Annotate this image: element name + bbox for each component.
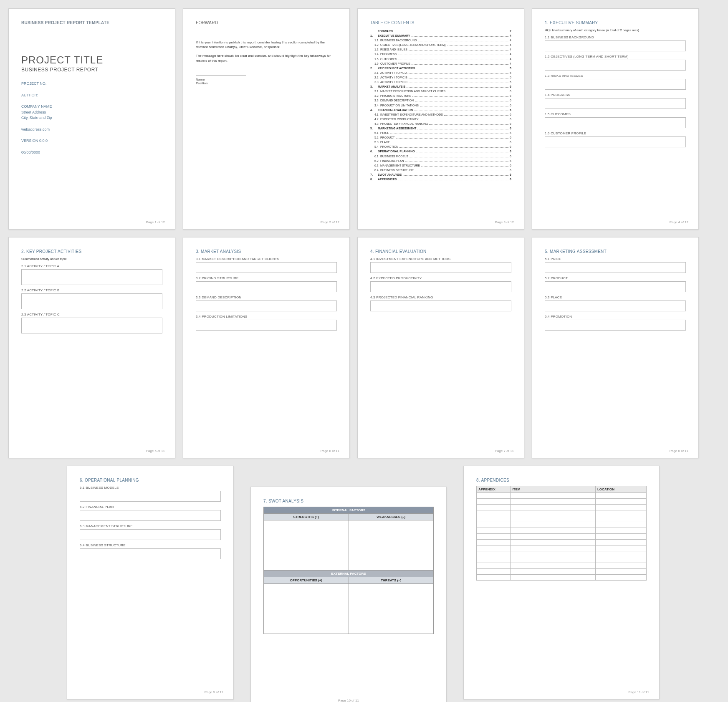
toc-line: 5.MARKETING ASSESSMENT6 (370, 126, 511, 130)
web-address: webaddress.com (21, 127, 162, 133)
swot-cell[interactable] (264, 584, 349, 634)
table-row[interactable] (477, 551, 647, 557)
table-row[interactable] (477, 569, 647, 575)
exec-sub-5: 1.5 OUTCOMES (545, 112, 686, 116)
table-row[interactable] (477, 493, 647, 499)
input-box[interactable] (196, 281, 337, 292)
page-footer: Page 1 of 12 (146, 220, 165, 224)
mkt-s4: 5.4 PROMOTION (545, 315, 686, 318)
op-s3: 6.3 MANAGEMENT STRUCTURE (80, 524, 221, 528)
apx-col-appendix: APPENDIX (477, 486, 511, 493)
table-row[interactable] (477, 534, 647, 540)
table-row[interactable] (477, 557, 647, 563)
page-footer: Page 4 of 12 (670, 220, 688, 224)
date: 00/00/0000 (21, 150, 162, 156)
table-row[interactable] (477, 499, 647, 505)
input-box[interactable] (370, 281, 511, 292)
page-financial: 4. FINANCIAL EVALUATION 4.1 INVESTMENT E… (357, 237, 524, 458)
table-row[interactable] (477, 540, 647, 545)
input-box[interactable] (545, 281, 686, 292)
swot-cell[interactable] (349, 584, 434, 634)
citystate: City, State and Zip (21, 116, 52, 120)
mkt-s2: 5.2 PRODUCT (545, 276, 686, 280)
page-footer: Page 2 of 12 (321, 220, 339, 224)
table-row[interactable] (477, 510, 647, 516)
toc-line: 1.5OUTCOMES4 (370, 57, 511, 61)
swot-strengths: STRENGTHS (+) (264, 514, 349, 520)
input-box[interactable] (545, 40, 686, 51)
fin-s1: 4.1 INVESTMENT EXPENDITURE AND METHODS (370, 257, 511, 261)
input-box[interactable] (80, 548, 221, 559)
input-box[interactable] (370, 300, 511, 311)
toc-line: 4.2EXPECTED PRODUCTIVITY6 (370, 117, 511, 121)
toc-line: 1.2OBJECTIVES (LONG-TERM AND SHORT-TERM)… (370, 43, 511, 47)
input-box[interactable] (370, 262, 511, 273)
swot-heading: 7. SWOT ANALYSIS (263, 499, 434, 503)
page-footer: Page 3 of 12 (495, 220, 514, 224)
swot-cell[interactable] (264, 520, 349, 571)
input-box[interactable] (21, 318, 162, 333)
forward-heading: FORWARD (196, 20, 337, 25)
market-s4: 3.4 PRODUCTION LIMITATIONS (196, 315, 337, 318)
toc-line: 4.FINANCIAL EVALUATION6 (370, 108, 511, 112)
table-row[interactable] (477, 575, 647, 581)
toc-line: 6.3MANAGEMENT STRUCTURE6 (370, 164, 511, 167)
toc-body: FORWARD21.EXECUTIVE SUMMARY41.1BUSINESS … (370, 29, 511, 181)
toc-heading: TABLE OF CONTENTS (370, 20, 511, 25)
page-swot: 7. SWOT ANALYSIS INTERNAL FACTORS STRENG… (250, 487, 447, 702)
input-box[interactable] (196, 320, 337, 331)
toc-line: 3.2PRICING STRUCTURE6 (370, 94, 511, 98)
toc-line: 5.2PRODUCT6 (370, 136, 511, 139)
activities-note: Summarized activity and/or topic (21, 257, 162, 261)
toc-line: 6.4BUSINESS STRUCTURE6 (370, 168, 511, 172)
toc-line: 4.1INVESTMENT EXPENDITURE AND METHODS6 (370, 113, 511, 116)
table-row[interactable] (477, 516, 647, 522)
swot-internal: INTERNAL FACTORS (264, 507, 434, 514)
input-box[interactable] (545, 262, 686, 273)
opplan-heading: 6. OPERATIONAL PLANNING (80, 478, 221, 482)
table-row[interactable] (477, 505, 647, 510)
input-box[interactable] (196, 300, 337, 311)
input-box[interactable] (21, 269, 162, 285)
street: Street Address (21, 110, 46, 114)
table-row[interactable] (477, 522, 647, 528)
swot-threats: THREATS (–) (349, 577, 434, 584)
input-box[interactable] (545, 79, 686, 90)
fin-s2: 4.2 EXPECTED PRODUCTIVITY (370, 276, 511, 280)
input-box[interactable] (545, 136, 686, 147)
toc-line: 1.1BUSINESS BACKGROUND4 (370, 38, 511, 42)
page-footer: Page 10 of 11 (338, 699, 359, 702)
toc-line: 7.SWOT ANALYSIS6 (370, 173, 511, 177)
input-box[interactable] (545, 117, 686, 128)
activity-a: 2.1 ACTIVITY / TOPIC A (21, 264, 162, 268)
input-box[interactable] (80, 491, 221, 502)
exec-heading: 1. EXECUTIVE SUMMARY (545, 20, 686, 25)
table-row[interactable] (477, 563, 647, 569)
input-box[interactable] (196, 262, 337, 273)
table-row[interactable] (477, 528, 647, 534)
page-activities: 2. KEY PROJECT ACTIVITIES Summarized act… (8, 237, 175, 458)
page-marketing: 5. MARKETING ASSESSMENT 5.1 PRICE 5.2 PR… (532, 237, 699, 458)
swot-cell[interactable] (349, 520, 434, 571)
toc-line: 5.1PRICE6 (370, 131, 511, 135)
market-s3: 3.3 DEMAND DESCRIPTION (196, 295, 337, 299)
input-box[interactable] (545, 60, 686, 71)
company-name: COMPANY NAME (21, 104, 52, 109)
input-box[interactable] (80, 529, 221, 540)
author-label: AUTHOR: (21, 93, 162, 98)
toc-line: 5.3PLACE6 (370, 140, 511, 144)
input-box[interactable] (545, 320, 686, 331)
input-box[interactable] (80, 510, 221, 521)
toc-line: 1.4PROGRESS4 (370, 52, 511, 56)
op-s2: 6.2 FINANCIAL PLAN (80, 505, 221, 509)
input-box[interactable] (545, 98, 686, 109)
signature-line (196, 76, 246, 76)
input-box[interactable] (545, 300, 686, 311)
signer-name: Name (196, 78, 337, 81)
page-forward: FORWARD If it is your intention to publi… (183, 8, 350, 230)
page-footer: Page 8 of 11 (670, 449, 688, 453)
toc-line: 3.MARKET ANALYSIS6 (370, 85, 511, 88)
table-row[interactable] (477, 545, 647, 551)
input-box[interactable] (21, 293, 162, 309)
apx-col-item: ITEM (511, 486, 596, 493)
